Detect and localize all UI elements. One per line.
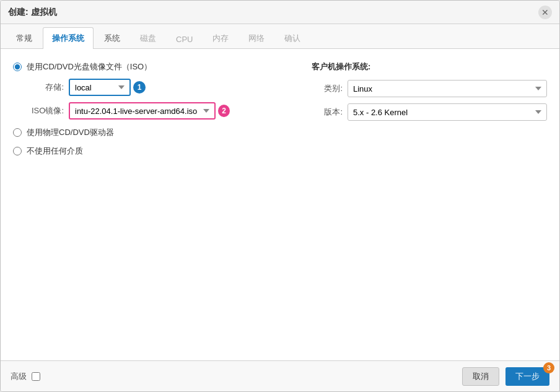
- tab-os[interactable]: 操作系统: [43, 27, 94, 49]
- content-area: 使用CD/DVD光盘镜像文件（ISO） 存储: local 1 ISO镜像:: [1, 49, 559, 360]
- badge-3: 3: [543, 362, 554, 373]
- tab-system[interactable]: 系统: [95, 27, 129, 49]
- close-icon: ✕: [541, 7, 549, 17]
- dialog: 创建: 虚拟机 ✕ 常规 操作系统 系统 磁盘 CPU 内存 网络 确认: [0, 0, 560, 392]
- radio-iso-label: 使用CD/DVD光盘镜像文件（ISO）: [27, 61, 152, 72]
- radio-iso[interactable]: [13, 63, 22, 71]
- radio-physical-option[interactable]: 使用物理CD/DVD驱动器: [13, 127, 287, 138]
- iso-row: ISO镜像: intu-22.04.1-live-server-amd64.is…: [27, 102, 287, 120]
- category-label: 类别:: [312, 83, 343, 94]
- category-select[interactable]: Linux Windows Other: [348, 80, 547, 97]
- title-bar: 创建: 虚拟机 ✕: [1, 1, 559, 24]
- main-section: 使用CD/DVD光盘镜像文件（ISO） 存储: local 1 ISO镜像:: [13, 61, 547, 348]
- guest-os-title: 客户机操作系统:: [312, 61, 547, 72]
- footer: 高级 取消 下一步 3: [1, 360, 559, 391]
- iso-label: ISO镜像:: [27, 105, 64, 116]
- right-section: 客户机操作系统: 类别: Linux Windows Other 版本: 5.x…: [312, 61, 547, 348]
- category-row: 类别: Linux Windows Other: [312, 80, 547, 97]
- radio-physical[interactable]: [13, 128, 22, 137]
- iso-input-group: intu-22.04.1-live-server-amd64.iso 2: [69, 102, 230, 120]
- next-button[interactable]: 下一步 3: [505, 367, 549, 386]
- tab-general[interactable]: 常规: [7, 27, 42, 49]
- tab-bar: 常规 操作系统 系统 磁盘 CPU 内存 网络 确认: [1, 24, 559, 49]
- iso-select[interactable]: intu-22.04.1-live-server-amd64.iso: [69, 102, 216, 120]
- storage-input-group: local 1: [69, 79, 230, 96]
- radio-none-option[interactable]: 不使用任何介质: [13, 146, 287, 157]
- tab-disk: 磁盘: [131, 27, 165, 49]
- version-label: 版本:: [312, 107, 343, 118]
- storage-label: 存储:: [27, 82, 64, 93]
- storage-select[interactable]: local: [69, 79, 131, 96]
- version-row: 版本: 5.x - 2.6 Kernel Ubuntu 22.04 Other …: [312, 103, 547, 121]
- tab-cpu: CPU: [167, 29, 202, 49]
- dialog-title: 创建: 虚拟机: [8, 7, 57, 18]
- tab-confirm: 确认: [275, 27, 310, 49]
- left-section: 使用CD/DVD光盘镜像文件（ISO） 存储: local 1 ISO镜像:: [13, 61, 287, 348]
- tab-memory: 内存: [203, 27, 238, 49]
- footer-left: 高级: [11, 371, 40, 382]
- version-select[interactable]: 5.x - 2.6 Kernel Ubuntu 22.04 Other Linu…: [348, 103, 547, 121]
- advanced-checkbox[interactable]: [32, 372, 40, 381]
- badge-2: 2: [218, 105, 230, 117]
- radio-physical-label: 使用物理CD/DVD驱动器: [27, 127, 114, 138]
- badge-1: 1: [133, 81, 146, 94]
- radio-iso-option[interactable]: 使用CD/DVD光盘镜像文件（ISO）: [13, 61, 287, 72]
- radio-none-label: 不使用任何介质: [27, 146, 83, 157]
- cancel-button[interactable]: 取消: [462, 367, 499, 386]
- storage-row: 存储: local 1: [27, 79, 287, 96]
- tab-network: 网络: [239, 27, 274, 49]
- radio-none[interactable]: [13, 147, 22, 155]
- advanced-label: 高级: [11, 371, 27, 382]
- close-button[interactable]: ✕: [538, 6, 552, 19]
